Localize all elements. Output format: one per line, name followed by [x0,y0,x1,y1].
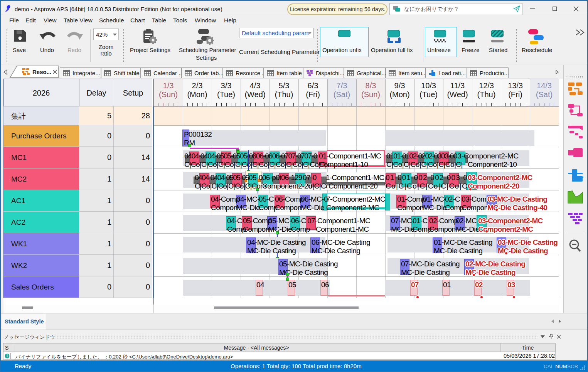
svg-text:i: i [7,354,8,358]
